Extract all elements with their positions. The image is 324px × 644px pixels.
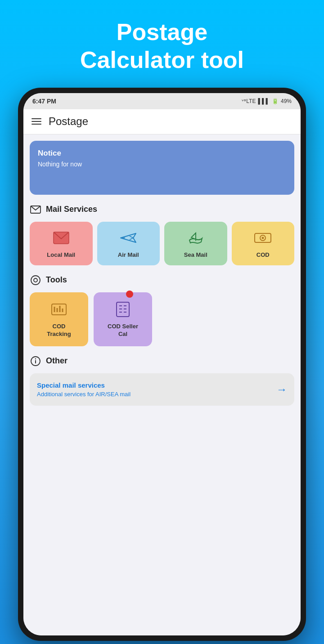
svg-point-23: [35, 358, 36, 359]
phone-frame: 6:47 PM ᵛᵒLTE ▌▌▌ 🔋 49% Postage Notice N…: [18, 88, 306, 641]
mail-services-title: Mail Services: [46, 205, 97, 214]
cod-seller-label: COD SellerCal: [108, 323, 138, 338]
status-bar: 6:47 PM ᵛᵒLTE ▌▌▌ 🔋 49%: [23, 93, 301, 109]
local-mail-icon: [52, 229, 70, 247]
notice-card: Notice Nothing for now: [30, 141, 294, 195]
svg-point-8: [34, 278, 37, 282]
air-mail-label: Air Mail: [118, 251, 139, 258]
cod-card[interactable]: COD: [232, 222, 295, 265]
sea-mail-card[interactable]: Sea Mail: [164, 222, 227, 265]
arrow-right-icon: →: [276, 383, 287, 396]
tools-header: Tools: [30, 274, 294, 286]
cod-icon: [254, 229, 272, 247]
other-header: Other: [30, 355, 294, 367]
special-mail-text: Special mail services Additional service…: [37, 381, 130, 398]
cod-label: COD: [256, 251, 270, 258]
cod-seller-card[interactable]: COD SellerCal: [94, 292, 152, 346]
sea-mail-label: Sea Mail: [184, 251, 207, 258]
svg-rect-14: [117, 302, 129, 317]
special-mail-subtitle: Additional services for AIR/SEA mail: [37, 391, 130, 398]
hero-title: Postage Calculator tool: [80, 18, 244, 74]
cod-tracking-icon: [50, 300, 68, 318]
hero-title-line1: Postage: [117, 19, 207, 45]
status-time: 6:47 PM: [32, 98, 56, 105]
battery-icon: 🔋: [272, 98, 279, 104]
other-title: Other: [46, 356, 68, 366]
battery-percent: 49%: [281, 98, 292, 104]
lte-icon: ᵛᵒLTE: [242, 98, 256, 104]
app-header: Postage: [23, 109, 301, 134]
tools-grid: CODTracking: [30, 292, 294, 346]
phone-screen: 6:47 PM ᵛᵒLTE ▌▌▌ 🔋 49% Postage Notice N…: [23, 93, 301, 635]
info-icon: [30, 355, 41, 367]
notification-dot: [126, 291, 133, 298]
app-content: Notice Nothing for now Mail Services: [23, 134, 301, 635]
air-mail-card[interactable]: Air Mail: [97, 222, 160, 265]
special-mail-card[interactable]: Special mail services Additional service…: [30, 373, 294, 406]
special-mail-title: Special mail services: [37, 381, 130, 389]
app-title: Postage: [49, 115, 88, 128]
mail-services-grid: Local Mail Air Mail: [30, 222, 294, 265]
notice-title: Notice: [38, 149, 286, 158]
cod-tracking-label: CODTracking: [47, 323, 71, 338]
local-mail-label: Local Mail: [47, 251, 75, 258]
air-mail-icon: [119, 229, 137, 247]
local-mail-card[interactable]: Local Mail: [30, 222, 93, 265]
hero-title-line2: Calculator tool: [80, 47, 244, 73]
status-icons: ᵛᵒLTE ▌▌▌ 🔋 49%: [242, 98, 292, 104]
sea-mail-icon: [187, 229, 205, 247]
svg-point-7: [31, 276, 40, 285]
cod-seller-icon: [114, 300, 132, 318]
tools-title: Tools: [46, 275, 67, 285]
menu-button[interactable]: [32, 118, 41, 125]
svg-point-6: [262, 237, 264, 239]
other-section: Other Special mail services Additional s…: [30, 355, 294, 406]
tools-icon: [30, 274, 41, 286]
mail-services-header: Mail Services: [30, 204, 294, 215]
cod-tracking-card[interactable]: CODTracking: [30, 292, 88, 346]
mail-icon: [30, 204, 41, 215]
signal-icon: ▌▌▌: [258, 98, 270, 104]
notice-body: Nothing for now: [38, 161, 286, 168]
